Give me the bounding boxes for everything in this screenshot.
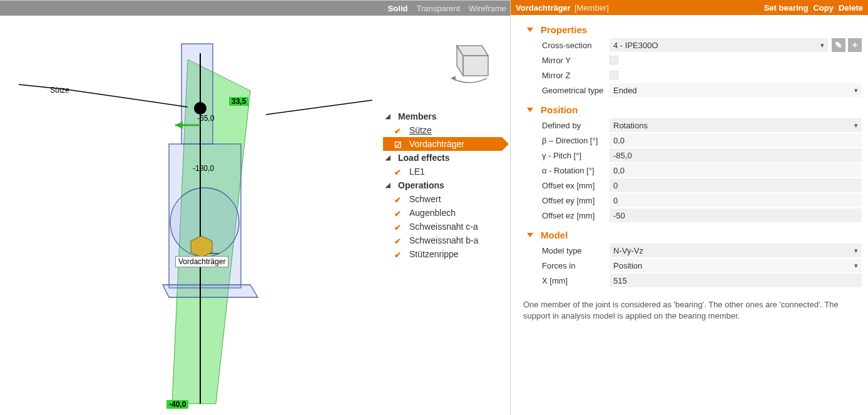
model-tree: ◢Members Sütze Vordachträger ◢Load effec… [383, 110, 502, 261]
group-properties[interactable]: Properties [517, 21, 862, 38]
viewport-3d[interactable]: Sütze 33,5 -65,0 -180,0 Vordachträger -4… [0, 16, 510, 415]
chevron-down-icon [527, 108, 533, 112]
svg-marker-16 [463, 56, 488, 76]
svg-line-7 [67, 90, 188, 107]
x-input[interactable]: 515 [610, 274, 862, 287]
check-icon [394, 140, 403, 148]
cross-section-select[interactable]: 4 - IPE300O [610, 38, 828, 52]
check-icon [394, 208, 403, 217]
scene-label-stutze: Sütze [50, 86, 69, 95]
svg-marker-13 [191, 236, 212, 257]
scene-label-m40: -40,0 [166, 400, 188, 409]
tree-item-member-1[interactable]: Vordachträger [383, 137, 502, 151]
check-icon [394, 195, 403, 203]
label-mirror-z: Mirror Z [542, 71, 610, 80]
svg-point-10 [194, 102, 207, 115]
label-mirror-y: Mirror Y [542, 56, 610, 65]
delete-button[interactable]: Delete [839, 3, 863, 13]
check-icon [394, 126, 403, 135]
scene-label-m65: -65,0 [197, 114, 214, 123]
label-cross-section: Cross-section [542, 41, 610, 50]
properties-header: Vordachträger [Member] Set bearing Copy … [511, 0, 868, 15]
view-mode-transparent[interactable]: Transparent [416, 4, 460, 13]
model-type-select[interactable]: N-Vy-Vz [610, 243, 862, 257]
check-icon [394, 236, 403, 245]
label-offset-ey: Offset ey [mm] [542, 196, 610, 205]
tree-item-operation-1[interactable]: Augenblech [383, 206, 502, 220]
check-icon [394, 167, 403, 176]
label-offset-ez: Offset ez [mm] [542, 211, 610, 220]
properties-panel: Vordachträger [Member] Set bearing Copy … [510, 0, 868, 415]
label-gamma: γ - Pitch [°] [542, 151, 610, 160]
check-icon [394, 250, 403, 259]
beta-input[interactable]: 0,0 [610, 133, 862, 147]
label-defined-by: Defined by [542, 121, 610, 130]
gamma-input[interactable]: -85,0 [610, 148, 862, 162]
group-model[interactable]: Model [517, 227, 862, 243]
tree-item-operation-4[interactable]: Stützenrippe [383, 247, 502, 261]
label-beta: β – Direction [°] [542, 136, 610, 145]
set-bearing-button[interactable]: Set bearing [764, 3, 809, 13]
tree-item-operation-3[interactable]: Schweissnaht b-a [383, 233, 502, 247]
tree-item-loadeffect-0[interactable]: LE1 [383, 165, 502, 178]
mirror-y-checkbox[interactable] [610, 56, 618, 64]
chevron-down-icon [527, 28, 533, 32]
view-mode-wireframe[interactable]: Wireframe [469, 4, 506, 13]
label-forces-in: Forces in [542, 261, 610, 270]
label-model-type: Model type [542, 246, 610, 255]
tree-item-operation-2[interactable]: Schweissnaht c-a [383, 220, 502, 233]
offset-ex-input[interactable]: 0 [610, 178, 862, 192]
scene-label-vordach: Vordachträger [175, 256, 228, 267]
mirror-z-checkbox[interactable] [610, 71, 618, 79]
svg-marker-12 [175, 121, 183, 129]
copy-button[interactable]: Copy [813, 3, 834, 13]
group-position[interactable]: Position [517, 101, 862, 118]
geom-type-select[interactable]: Ended [610, 83, 862, 97]
tree-header-operations[interactable]: ◢Operations [383, 178, 502, 192]
scene-label-m180: -180,0 [193, 164, 214, 173]
tree-header-members[interactable]: ◢Members [383, 110, 502, 123]
view-mode-solid[interactable]: Solid [388, 4, 408, 13]
label-alpha: α - Rotation [°] [542, 166, 610, 175]
offset-ey-input[interactable]: 0 [610, 193, 862, 207]
svg-rect-1 [181, 44, 213, 144]
check-icon [394, 222, 403, 231]
scene-label-33-5: 33,5 [229, 97, 248, 106]
view-mode-toolbar: Solid Transparent Wireframe [0, 1, 510, 16]
label-x: X [mm] [542, 276, 610, 285]
add-cross-section-button[interactable]: ＋ [848, 38, 862, 52]
forces-in-select[interactable]: Position [610, 259, 862, 272]
edit-cross-section-button[interactable]: ✎ [832, 38, 845, 52]
label-geom-type: Geometrical type [542, 86, 610, 95]
tree-item-operation-0[interactable]: Schwert [383, 192, 502, 206]
alpha-input[interactable]: 0,0 [610, 163, 862, 177]
svg-marker-3 [163, 285, 258, 297]
offset-ez-input[interactable]: -50 [610, 208, 862, 222]
tree-header-loadeffects[interactable]: ◢Load effects [383, 151, 502, 165]
orientation-cube[interactable] [444, 34, 494, 85]
properties-subtype: [Member] [574, 3, 609, 13]
defined-by-select[interactable]: Rotations [610, 118, 862, 132]
properties-title: Vordachträger [516, 3, 571, 13]
svg-marker-17 [451, 76, 456, 81]
help-text: One member of the joint is considered as… [523, 299, 855, 321]
label-offset-ex: Offset ex [mm] [542, 181, 610, 190]
tree-item-member-0[interactable]: Sütze [383, 123, 502, 137]
svg-line-8 [266, 100, 372, 115]
chevron-down-icon [527, 233, 533, 237]
